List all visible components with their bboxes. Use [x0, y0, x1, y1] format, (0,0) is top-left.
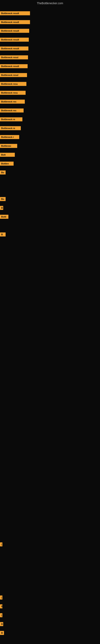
bottleneck-bar: Bottlenec — [0, 144, 17, 148]
bottleneck-bar: Bottleneck result — [0, 20, 30, 24]
bottleneck-bar: Bottleneck resu — [0, 82, 26, 86]
bottleneck-bar: Bottleneck re — [0, 126, 21, 130]
bottleneck-bar: Bottleneck result — [0, 11, 30, 15]
bottleneck-bar: Bottleneck result — [0, 29, 29, 33]
bottleneck-bar: Bottleneck re — [0, 117, 22, 121]
bottleneck-bar: B — [0, 206, 3, 210]
bottleneck-bar: Bottleneck result — [0, 64, 28, 68]
site-title: TheBottlenecker.com — [0, 0, 100, 6]
bottleneck-bar: Bo — [0, 170, 6, 174]
bottleneck-bar: Bottleneck result — [0, 38, 29, 42]
bottleneck-bar: Bottl — [0, 215, 8, 219]
bottleneck-bar: B — [0, 232, 6, 236]
bottleneck-bar: B — [0, 631, 4, 635]
bottleneck-bar: Bottleneck resul — [0, 73, 27, 77]
bottleneck-bar: Bottlen — [0, 162, 14, 166]
bottleneck-bar: Bottleneck res — [0, 100, 25, 104]
bottleneck-bar: Bottleneck result — [0, 46, 28, 50]
bottleneck-bar: B — [0, 604, 2, 608]
bottleneck-bar: Bottleneck res — [0, 108, 24, 112]
bottleneck-bar: Bott — [0, 153, 15, 157]
bottleneck-bar: Bo — [0, 197, 6, 201]
bottleneck-bar: Bottleneck resu — [0, 91, 26, 95]
bottleneck-bar: Bottleneck resul — [0, 55, 28, 59]
bottleneck-bar: Bottleneck r — [0, 135, 19, 139]
bottleneck-bar: | — [0, 596, 2, 600]
bottleneck-bar: B — [0, 622, 3, 626]
bottleneck-bar: | — [0, 613, 2, 617]
bottleneck-bar: | — [0, 542, 2, 546]
